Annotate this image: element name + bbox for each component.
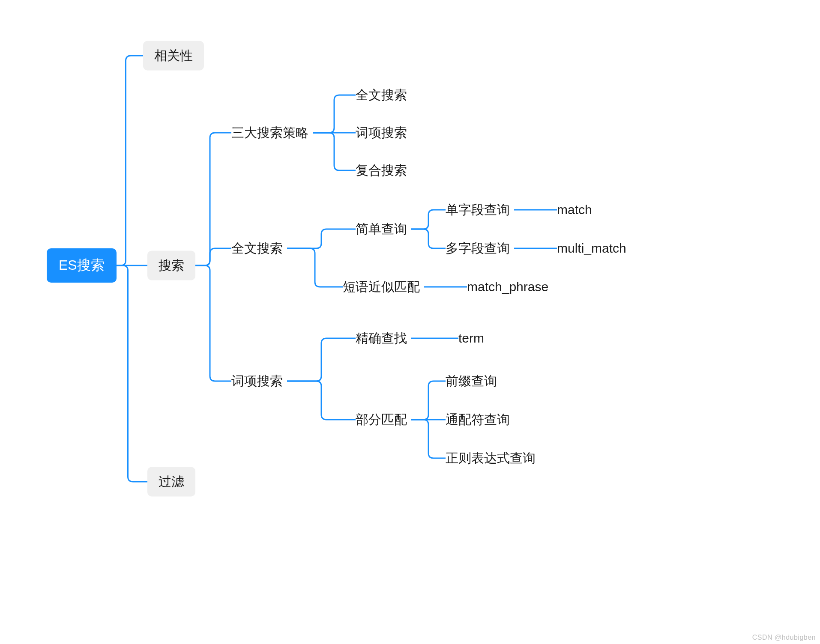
mindmap-node-root: ES搜索 xyxy=(47,248,117,283)
mindmap-node-n_wild: 通配符查询 xyxy=(446,411,510,429)
mindmap-node-n_flt: 过滤 xyxy=(147,467,195,497)
mindmap-node-n_simple: 简单查询 xyxy=(356,221,407,238)
mindmap-node-n_part: 部分匹配 xyxy=(356,411,407,429)
mindmap-node-n_full: 全文搜索 xyxy=(231,240,283,257)
mindmap-node-n_s0: 全文搜索 xyxy=(356,86,407,104)
mindmap-node-n_single: 单字段查询 xyxy=(446,201,510,219)
mindmap-node-n_exact: 精确查找 xyxy=(356,330,407,347)
mindmap-node-n_term: 词项搜索 xyxy=(231,373,283,390)
mindmap-node-n_regex: 正则表达式查询 xyxy=(446,450,536,467)
watermark: CSDN @hdubigben xyxy=(752,634,816,641)
mindmap-connectors xyxy=(0,0,820,644)
mindmap-node-n_s2: 复合搜索 xyxy=(356,162,407,179)
mindmap-node-n_match: match xyxy=(557,203,592,217)
mindmap-node-n_mphrase: match_phrase xyxy=(467,280,548,294)
mindmap-node-n_s1: 词项搜索 xyxy=(356,124,407,142)
mindmap-node-n_termq: term xyxy=(458,331,484,346)
mindmap-node-n_multi: 多字段查询 xyxy=(446,240,510,257)
mindmap-node-n_phrase: 短语近似匹配 xyxy=(343,278,420,296)
mindmap-node-n_srch: 搜索 xyxy=(147,251,195,280)
mindmap-node-n_rel: 相关性 xyxy=(143,41,204,71)
mindmap-node-n_mmatch: multi_match xyxy=(557,241,626,256)
mindmap-node-n_strat: 三大搜索策略 xyxy=(231,124,308,142)
mindmap-node-n_pre: 前缀查询 xyxy=(446,373,497,390)
